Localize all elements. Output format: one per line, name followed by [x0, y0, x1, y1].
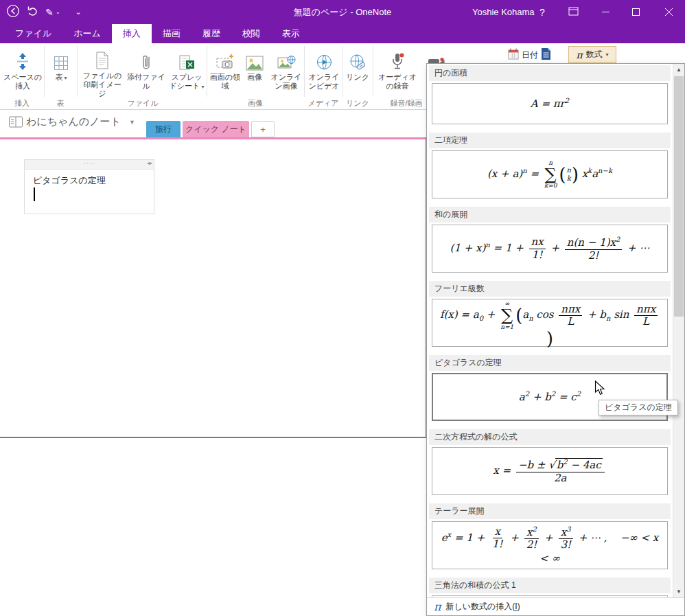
group-label-images: 画像: [248, 98, 263, 109]
tab-view[interactable]: 表示: [271, 24, 311, 43]
resize-handle-icon[interactable]: ◂▸: [147, 160, 152, 166]
equation: A = πr2: [526, 96, 573, 111]
scroll-down-icon[interactable]: ▼: [673, 586, 684, 597]
spreadsheet-button[interactable]: スプレッドシート: [168, 45, 205, 98]
gallery-scrollbar[interactable]: ▲ ▼: [673, 64, 684, 597]
section-tab-travel[interactable]: 旅行: [146, 121, 181, 137]
chevron-down-icon: ▾: [606, 52, 609, 58]
page-edge-horizontal: [0, 437, 427, 438]
spreadsheet-icon: [179, 45, 195, 71]
file-printout-button[interactable]: ファイルの印刷イメージ: [80, 45, 124, 98]
gallery-item-binomial-theorem[interactable]: (x + a)n = n∑k=0(nk) xkan−k: [432, 150, 668, 198]
minimize-button[interactable]: [590, 0, 620, 24]
table-icon: [54, 45, 69, 71]
close-button[interactable]: [652, 0, 685, 24]
gallery-item-circle-area[interactable]: A = πr2: [432, 83, 668, 124]
equation-gallery-dropdown: 円の面積 A = πr2 二項定理 (x + a)n = n∑k=0(nk) x…: [426, 63, 685, 616]
gallery-section-title: 三角法の和積の公式 1: [429, 578, 671, 593]
undo-button[interactable]: [25, 0, 41, 24]
scrollbar-thumb[interactable]: [674, 76, 684, 317]
group-separator: [44, 46, 45, 97]
button-label: 日付: [522, 49, 538, 61]
button-label: スペースの挿入: [3, 73, 43, 91]
attach-file-button[interactable]: 添付ファイル: [126, 45, 167, 98]
table-button[interactable]: 表: [47, 45, 76, 98]
gallery-item-quadratic-formula[interactable]: x = −b ± √b2 − 4ac2a: [432, 447, 668, 495]
gallery-section-title: 円の面積: [429, 65, 671, 81]
notebook-header: わにちゃんのノート ▼ 旅行 クイック ノート +: [0, 110, 427, 137]
section-tab-quick-notes[interactable]: クイック ノート: [183, 121, 249, 137]
group-separator: [207, 46, 207, 97]
tab-file[interactable]: ファイル: [4, 24, 62, 43]
back-icon: [6, 4, 20, 21]
date-button[interactable]: 日付: [505, 47, 541, 63]
full-screen-icon: [568, 7, 579, 18]
group-separator: [373, 46, 373, 97]
note-container-handle[interactable]: ···· ◂▸: [25, 160, 154, 170]
online-picture-button[interactable]: オンライン画像: [268, 45, 304, 98]
help-button[interactable]: ?: [532, 0, 553, 24]
pi-icon: π: [434, 600, 441, 613]
undo-icon: [27, 5, 39, 19]
note-container[interactable]: ···· ◂▸ ピタゴラスの定理: [24, 159, 154, 214]
file-printout-icon: [95, 45, 109, 69]
tab-home[interactable]: ホーム: [62, 24, 112, 43]
minimize-icon: [602, 7, 609, 18]
tab-draw[interactable]: 描画: [152, 24, 191, 43]
account-name[interactable]: Yoshie Kohama: [465, 0, 542, 24]
equation-gallery-list: 円の面積 A = πr2 二項定理 (x + a)n = n∑k=0(nk) x…: [428, 65, 672, 597]
equation: f(x) = a0 + ∞∑n=1(an cos nπxL + bn sin n…: [432, 300, 667, 345]
page-templates-button[interactable]: [538, 47, 554, 63]
chevron-down-icon[interactable]: ▼: [129, 119, 135, 126]
customize-quick-access-button[interactable]: ⌄: [71, 0, 85, 24]
online-picture-icon: [277, 45, 296, 71]
tooltip: ピタゴラスの定理: [599, 400, 678, 415]
gallery-section-title: 二項定理: [429, 133, 671, 148]
insert-space-icon: [15, 45, 30, 71]
notebook-icon: [8, 115, 23, 131]
ribbon-tab-bar: ファイル ホーム 挿入 描画 履歴 校閲 表示: [0, 24, 685, 43]
back-button[interactable]: [4, 0, 22, 24]
insert-space-button[interactable]: スペースの挿入: [3, 45, 43, 98]
gallery-item-fourier-series[interactable]: f(x) = a0 + ∞∑n=1(an cos nπxL + bn sin n…: [432, 299, 668, 347]
page-area: わにちゃんのノート ▼ 旅行 クイック ノート + ···· ◂▸ ピタゴラスの…: [0, 110, 427, 616]
online-video-icon: [316, 45, 333, 71]
full-screen-button[interactable]: [559, 0, 587, 24]
button-label: オンライン画像: [268, 73, 304, 91]
gallery-section-title: フーリエ級数: [429, 281, 671, 297]
equation: x = −b ± √b2 − 4ac2a: [489, 458, 610, 484]
gallery-section-title: 和の展開: [429, 207, 671, 223]
group-label-table: 表: [57, 98, 65, 109]
equation: (1 + x)n = 1 + nx1! + n(n − 1)x22! + ⋯: [446, 236, 654, 262]
chevron-down-icon: ⌄: [75, 8, 81, 16]
group-separator: [77, 46, 78, 97]
record-audio-button[interactable]: オーディオの録音: [375, 45, 420, 98]
group-label-links: リンク: [346, 98, 369, 109]
chevron-down-icon: ⌄: [56, 9, 60, 15]
scroll-up-icon[interactable]: ▲: [673, 64, 684, 76]
gallery-item-expansion-of-sum[interactable]: (1 + x)n = 1 + nx1! + n(n − 1)x22! + ⋯: [432, 225, 668, 273]
tab-insert[interactable]: 挿入: [112, 24, 152, 43]
screen-clipping-button[interactable]: 画面の領域: [209, 45, 241, 98]
note-text[interactable]: ピタゴラスの定理: [25, 170, 154, 187]
button-label: オンラインビデオ: [306, 73, 342, 91]
tab-review[interactable]: 校閲: [231, 24, 271, 43]
tab-history[interactable]: 履歴: [191, 24, 231, 43]
gallery-item-trig-identity-1[interactable]: sin α + sin β = 2 sin12(α + β) cos12(α ∓…: [432, 595, 668, 597]
notebook-name[interactable]: わにちゃんのノート: [26, 115, 121, 128]
gallery-item-taylor-expansion[interactable]: ex = 1 + x1! + x22! + x33! + ⋯ , −∞ < x …: [432, 521, 668, 569]
group-separator: [304, 46, 305, 97]
maximize-button[interactable]: [620, 0, 651, 24]
button-label: 画像: [247, 73, 262, 82]
online-video-button[interactable]: オンラインビデオ: [306, 45, 342, 98]
link-button[interactable]: リンク: [344, 45, 371, 98]
picture-button[interactable]: 画像: [242, 45, 267, 98]
gallery-section-title: 二次方程式の解の公式: [429, 429, 671, 445]
insert-new-equation-label: 新しい数式の挿入(I): [446, 601, 520, 613]
insert-new-equation-item[interactable]: π 新しい数式の挿入(I): [427, 597, 684, 615]
mouse-cursor: [594, 380, 605, 398]
microphone-icon: [391, 45, 404, 71]
equation-button[interactable]: π 数式 ▾: [568, 46, 616, 63]
new-section-tab[interactable]: +: [251, 121, 275, 137]
pen-mode-button[interactable]: ✎⌄: [43, 0, 63, 24]
